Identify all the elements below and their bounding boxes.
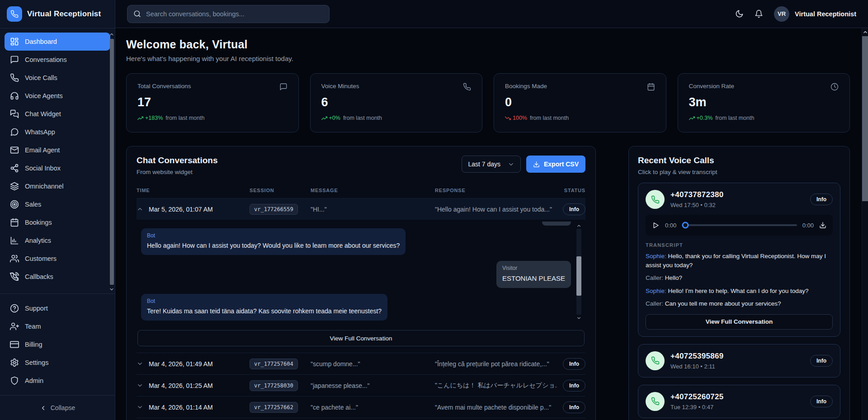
sidebar-item-dashboard[interactable]: Dashboard	[5, 33, 110, 51]
sidebar-secondary-nav: Support Team Billing Settings Admin	[0, 294, 115, 395]
export-csv-button[interactable]: Export CSV	[526, 156, 585, 173]
scroll-down-icon[interactable]	[576, 315, 581, 321]
info-button[interactable]: Info	[563, 401, 585, 413]
session-id-badge: vr_177258030	[250, 380, 298, 391]
scroll-up-icon[interactable]	[109, 31, 114, 38]
date-range-select[interactable]: Last 7 days	[462, 156, 521, 173]
scrollbar-thumb[interactable]	[576, 256, 581, 296]
call-card[interactable]: +40725260725 Tue 12:39 • 0:47 Info	[638, 385, 840, 418]
sidebar-item-bookings[interactable]: Bookings	[5, 213, 110, 231]
expanded-conversation: Bot Hello again! How can I assist you to…	[137, 220, 585, 353]
chevron-up-icon[interactable]	[137, 206, 143, 212]
call-meta: Tue 12:39 • 0:47	[670, 404, 724, 411]
avatar[interactable]: VR	[774, 6, 789, 22]
transcript-text: Hello?	[665, 274, 682, 281]
sidebar-item-social-inbox[interactable]: Social Inbox	[5, 159, 110, 177]
sidebar-item-omnichannel[interactable]: Omnichannel	[5, 177, 110, 195]
transcript-label: TRANSCRIPT	[646, 242, 833, 248]
stat-delta: +0.3% from last month	[689, 115, 839, 121]
chevron-down-icon[interactable]	[137, 404, 143, 411]
chevron-down-icon[interactable]	[137, 382, 143, 389]
user-menu[interactable]: VR Virtual Receptionist	[774, 6, 856, 22]
sidebar-item-customers[interactable]: Customers	[5, 250, 110, 268]
global-search[interactable]	[127, 5, 330, 23]
conversation-scrollbar[interactable]	[576, 222, 582, 321]
sidebar-item-billing[interactable]: Billing	[5, 335, 110, 354]
sidebar-item-label: Analytics	[25, 237, 51, 244]
scroll-up-icon[interactable]	[863, 28, 868, 36]
collapse-sidebar-button[interactable]: Collapse	[0, 396, 115, 420]
info-button[interactable]: Info	[810, 396, 833, 407]
sidebar-item-sales[interactable]: Sales	[5, 195, 110, 213]
sidebar-item-chat-widget[interactable]: Chat Widget	[5, 105, 110, 123]
sidebar-item-email-agent[interactable]: Email Agent	[5, 141, 110, 159]
info-button[interactable]: Info	[810, 193, 833, 205]
stat-delta-value: 100%	[513, 115, 527, 121]
trending-up-icon	[321, 115, 327, 121]
stat-card-total-conversations: Total Conversations 17 +183% from last m…	[126, 73, 299, 132]
sidebar-item-label: Conversations	[25, 56, 67, 63]
slider-thumb[interactable]	[682, 222, 689, 229]
info-button[interactable]: Info	[563, 358, 585, 370]
view-full-conversation-button[interactable]: View Full Conversation	[137, 330, 585, 346]
notifications-bell-icon[interactable]	[755, 9, 763, 18]
credit-card-icon	[10, 340, 19, 349]
conversation-row[interactable]: Mar 4, 2026, 01:49 AM vr_177257604 "scum…	[137, 353, 585, 374]
sidebar-item-whatsapp[interactable]: WhatsApp	[5, 123, 110, 141]
download-recording-icon[interactable]	[819, 222, 826, 229]
transcript-line: Sophie: Hello! I'm here to help. What ca…	[646, 287, 833, 296]
sidebar-item-analytics[interactable]: Analytics	[5, 231, 110, 250]
message-sender: Bot	[147, 232, 400, 239]
message-square-icon	[279, 83, 288, 91]
sidebar-item-settings[interactable]: Settings	[5, 354, 110, 372]
info-button[interactable]: Info	[563, 203, 585, 215]
conversation-row[interactable]: Mar 4, 2026, 01:25 AM vr_177258030 "japa…	[137, 374, 585, 396]
page-scrollbar[interactable]	[862, 28, 868, 420]
stat-card-conversion-rate: Conversion Rate 3m +0.3% from last month	[678, 73, 850, 132]
conversation-row[interactable]: Mar 5, 2026, 01:07 AM vr_177266559 "HI..…	[137, 198, 585, 220]
scrollbar-thumb[interactable]	[110, 39, 114, 285]
sidebar-item-voice-agents[interactable]: Voice Agents	[5, 87, 110, 105]
sidebar-item-admin[interactable]: Admin	[5, 372, 110, 390]
sidebar-item-conversations[interactable]: Conversations	[5, 51, 110, 69]
chevron-down-icon[interactable]	[137, 360, 143, 367]
sidebar-scrollbar[interactable]	[109, 31, 114, 293]
call-card[interactable]: +40725395869 Wed 16:10 • 2:11 Info	[638, 344, 840, 378]
play-button[interactable]	[652, 222, 660, 229]
seek-slider[interactable]	[682, 224, 797, 226]
sidebar-item-label: Customers	[25, 255, 57, 262]
column-header-time: TIME	[137, 188, 250, 193]
topbar: VR Virtual Receptionist	[115, 0, 868, 28]
conversation-row[interactable]: Mar 4, 2026, 01:14 AM vr_177257662 "ce p…	[137, 396, 585, 418]
sidebar-item-label: Voice Calls	[25, 74, 57, 81]
sidebar-item-callbacks[interactable]: Callbacks	[5, 268, 110, 286]
sidebar-item-team[interactable]: Team	[5, 317, 110, 335]
sidebar-item-label: Team	[25, 323, 41, 330]
call-number: +40725395869	[670, 352, 724, 361]
call-card[interactable]: +40737872380 Wed 17:50 • 0:32 Info 0:00 …	[638, 183, 840, 337]
session-id-badge: vr_177257662	[250, 402, 298, 413]
info-button[interactable]: Info	[810, 355, 833, 367]
stat-delta-value: +0%	[329, 115, 340, 121]
download-icon	[533, 161, 540, 168]
stat-label: Bookings Made	[505, 83, 547, 90]
scroll-up-icon[interactable]	[576, 222, 581, 229]
sidebar-item-support[interactable]: Support	[5, 299, 110, 317]
search-input[interactable]	[146, 10, 323, 18]
scroll-down-icon[interactable]	[109, 286, 114, 293]
stat-delta-value: +0.3%	[697, 115, 713, 121]
sidebar-item-label: Email Agent	[25, 146, 60, 154]
clock-icon	[830, 83, 839, 91]
row-time: Mar 4, 2026, 01:49 AM	[149, 360, 213, 368]
visitor-message-bubble: Visitor ESTONIAN PLEASE	[496, 261, 571, 288]
sidebar-item-voice-calls[interactable]: Voice Calls	[5, 69, 110, 87]
trending-up-icon	[689, 115, 695, 121]
info-button[interactable]: Info	[563, 380, 585, 392]
view-full-conversation-button[interactable]: View Full Conversation	[646, 314, 833, 330]
user-plus-icon	[10, 322, 19, 331]
row-message: "scump domne..."	[311, 360, 435, 368]
dark-mode-toggle-moon-icon[interactable]	[735, 9, 744, 18]
bar-chart-icon	[10, 236, 19, 245]
conversation-row-partial[interactable]	[137, 418, 585, 420]
scrollbar-thumb[interactable]	[862, 36, 868, 201]
